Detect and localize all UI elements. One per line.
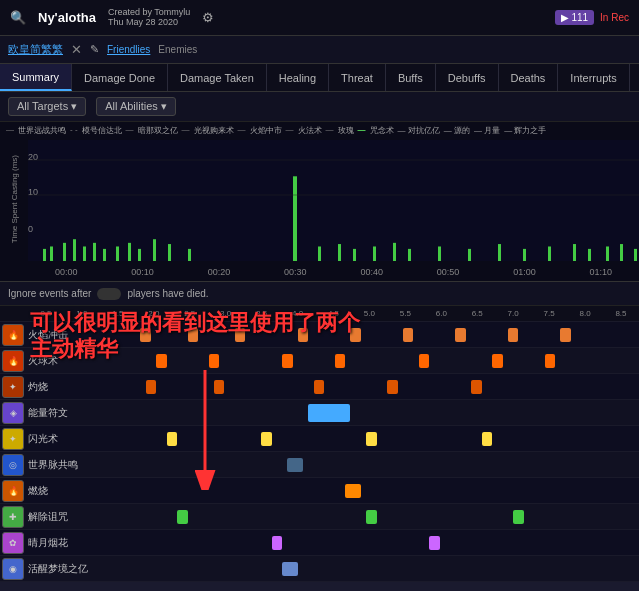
svg-rect-6 xyxy=(83,246,86,261)
svg-rect-10 xyxy=(128,243,131,261)
spell-cast xyxy=(287,458,303,472)
svg-rect-5 xyxy=(73,239,76,261)
ignore-text: Ignore events after xyxy=(8,288,91,299)
svg-rect-25 xyxy=(523,249,526,261)
tab-deaths[interactable]: Deaths xyxy=(499,64,559,91)
chart-legend: — 世界远战共鸣 - - 模号信达北 — 暗那双之亿 — 光视购来术 — 火焰中… xyxy=(0,122,639,139)
svg-rect-12 xyxy=(153,239,156,261)
tab-threat[interactable]: Threat xyxy=(329,64,386,91)
spell-icon: ✦ xyxy=(2,376,24,398)
spell-icon: ◎ xyxy=(2,454,24,476)
svg-rect-21 xyxy=(408,249,411,261)
friendlies-label[interactable]: Friendlies xyxy=(107,44,150,55)
tab-buffs[interactable]: Buffs xyxy=(386,64,436,91)
svg-rect-8 xyxy=(103,249,106,261)
spell-icon: 🔥 xyxy=(2,324,24,346)
svg-text:0: 0 xyxy=(28,224,33,234)
spell-cast xyxy=(261,432,272,446)
edit-icon[interactable]: ✎ xyxy=(90,43,99,56)
spell-cast xyxy=(366,432,377,446)
spell-cast xyxy=(308,404,350,422)
x-tick-1: 00:10 xyxy=(104,267,180,277)
spell-cast xyxy=(471,380,482,394)
spell-name: 灼烧 xyxy=(24,380,114,394)
spell-icon: ◉ xyxy=(2,558,24,580)
spell-cast xyxy=(560,328,571,342)
x-tick-4: 00:40 xyxy=(334,267,410,277)
svg-rect-31 xyxy=(634,249,637,261)
spell-row: ✚解除诅咒 xyxy=(0,504,639,530)
chart-x-axis: 00:00 00:10 00:20 00:30 00:40 00:50 01:0… xyxy=(28,263,639,281)
chart-svg: 20 10 0 xyxy=(28,140,639,261)
spell-cast xyxy=(314,380,325,394)
spell-icon: 🔥 xyxy=(2,350,24,372)
app-title: Ny'alotha xyxy=(38,10,96,25)
svg-rect-11 xyxy=(138,249,141,261)
all-abilities-button[interactable]: All Abilities ▾ xyxy=(96,97,176,116)
spell-name: 燃烧 xyxy=(24,484,114,498)
spell-cast xyxy=(429,536,440,550)
x-tick-5: 00:50 xyxy=(410,267,486,277)
spell-name: 世界脉共鸣 xyxy=(24,458,114,472)
nav-tabs: Summary Damage Done Damage Taken Healing… xyxy=(0,64,639,92)
top-bar: 🔍 Ny'alotha Created by Tommylu Thu May 2… xyxy=(0,0,639,36)
settings-icon[interactable]: ⚙ xyxy=(202,10,214,25)
svg-text:10: 10 xyxy=(28,187,38,197)
svg-rect-0 xyxy=(28,140,639,261)
spell-icon: ✿ xyxy=(2,532,24,554)
svg-rect-15 xyxy=(293,176,297,261)
ignore-suffix: players have died. xyxy=(127,288,208,299)
spell-cast xyxy=(282,562,298,576)
svg-rect-7 xyxy=(93,243,96,261)
enemies-label[interactable]: Enemies xyxy=(158,44,197,55)
twitch-icon: ▶ xyxy=(561,12,569,23)
x-tick-7: 01:10 xyxy=(563,267,639,277)
tab-damage-done[interactable]: Damage Done xyxy=(72,64,168,91)
svg-rect-14 xyxy=(188,249,191,261)
svg-text:20: 20 xyxy=(28,152,38,162)
spell-cast xyxy=(167,432,178,446)
tab-summary[interactable]: Summary xyxy=(0,64,72,91)
spell-name: 闪光术 xyxy=(24,432,114,446)
spell-timeline xyxy=(114,556,639,581)
spell-icon: ◈ xyxy=(2,402,24,424)
tab-debuffs[interactable]: Debuffs xyxy=(436,64,499,91)
spell-cast xyxy=(419,354,430,368)
spell-cast xyxy=(403,328,414,342)
svg-rect-4 xyxy=(63,243,66,261)
x-tick-6: 01:00 xyxy=(486,267,562,277)
spell-cast xyxy=(387,380,398,394)
tab-healing[interactable]: Healing xyxy=(267,64,329,91)
rec-badge: In Rec xyxy=(600,12,629,23)
search-icon[interactable]: 🔍 xyxy=(10,10,26,25)
svg-rect-29 xyxy=(606,246,609,261)
spell-name: 晴月烟花 xyxy=(24,536,114,550)
ignore-toggle[interactable] xyxy=(97,288,121,300)
svg-rect-22 xyxy=(438,246,441,261)
spell-timeline xyxy=(114,504,639,529)
spell-row: ◉活醒梦境之亿 xyxy=(0,556,639,582)
tab-damage-taken[interactable]: Damage Taken xyxy=(168,64,267,91)
overlay-line1: 可以很明显的看到这里使用了两个 xyxy=(30,310,360,336)
svg-rect-23 xyxy=(468,249,471,261)
svg-rect-27 xyxy=(573,244,576,261)
tab-dispe[interactable]: Dispe xyxy=(630,64,639,91)
spell-cast xyxy=(492,354,503,368)
lang-close[interactable]: ✕ xyxy=(71,42,82,57)
spell-icon: ✦ xyxy=(2,428,24,450)
spell-row: 🔥燃烧 xyxy=(0,478,639,504)
tab-interrupts[interactable]: Interrupts xyxy=(558,64,629,91)
x-tick-2: 00:20 xyxy=(181,267,257,277)
ignore-bar: Ignore events after players have died. xyxy=(0,282,639,306)
spell-name: 解除诅咒 xyxy=(24,510,114,524)
lang-button[interactable]: 欧皇简繁繁 xyxy=(8,42,63,57)
all-targets-button[interactable]: All Targets ▾ xyxy=(8,97,86,116)
svg-rect-9 xyxy=(116,246,119,261)
twitch-count: 111 xyxy=(571,12,588,23)
svg-rect-26 xyxy=(548,246,551,261)
svg-rect-16 xyxy=(318,246,321,261)
svg-rect-2 xyxy=(43,249,46,261)
spell-cast xyxy=(482,432,493,446)
svg-rect-18 xyxy=(353,249,356,261)
x-tick-3: 00:30 xyxy=(257,267,333,277)
